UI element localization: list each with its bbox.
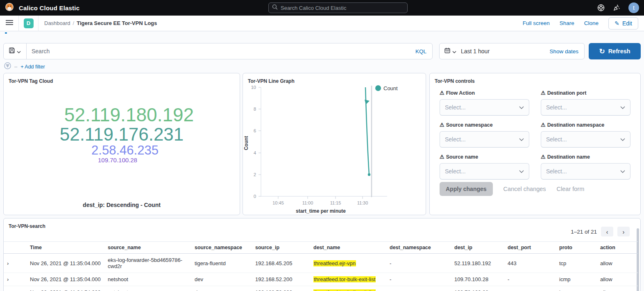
tag-cloud-item[interactable]: 52.119.180.192 — [11, 105, 247, 125]
tag-cloud: 52.119.180.192 52.119.176.231 2.58.46.23… — [4, 105, 240, 163]
row-expander-icon[interactable]: › — [4, 286, 27, 291]
panel-resize-indicator — [5, 32, 7, 34]
cell-dest-namespace: - — [386, 273, 451, 286]
cell-dest-name: threatfeed.tor-bulk-exit-list — [310, 286, 386, 291]
query-search-input[interactable] — [27, 48, 415, 55]
destination-namespace-select[interactable]: Select... — [541, 131, 630, 148]
cancel-changes-button[interactable]: Cancel changes — [503, 186, 546, 192]
cell-source-ip: 192.168.52.200 — [252, 273, 310, 286]
filter-menu-icon[interactable] — [4, 62, 11, 71]
destination-port-select[interactable]: Select... — [541, 99, 630, 116]
dashboard-app-badge[interactable]: D — [19, 16, 39, 31]
cell-dest-namespace: - — [386, 254, 451, 273]
global-search-input[interactable] — [281, 5, 404, 11]
x-axis-label: start_time per minute — [296, 208, 346, 214]
warning-icon: ⚠ — [440, 122, 444, 128]
refresh-button[interactable]: ↻ Refresh — [589, 43, 641, 59]
cell-dest-ip: 109.70.100.28 — [451, 286, 504, 291]
svg-text:10: 10 — [251, 85, 256, 90]
col-action: action — [597, 242, 638, 254]
show-dates-button[interactable]: Show dates — [549, 48, 584, 55]
highlighted-dest-name: threatfeed.tor-bulk-exit-list — [313, 289, 376, 291]
tag-cloud-item[interactable]: 2.58.46.235 — [7, 144, 243, 157]
svg-text:4: 4 — [254, 150, 256, 155]
cell-dest-port: - — [504, 273, 556, 286]
table-row: › Nov 26, 2021 @ 11:35:04.000 netshoot d… — [4, 273, 638, 286]
time-range-value[interactable]: Last 1 hour — [461, 48, 549, 55]
save-icon — [9, 48, 15, 55]
tag-cloud-title: Tor-VPN Tag Cloud — [4, 73, 240, 84]
refresh-icon: ↻ — [599, 47, 605, 56]
clear-form-button[interactable]: Clear form — [557, 186, 585, 192]
cell-source-namespace: dev — [191, 273, 252, 286]
table-row: › Nov 26, 2021 @ 11:35:04.000 eks-log-fo… — [4, 254, 638, 273]
edit-button[interactable]: ✎ Edit — [608, 17, 638, 30]
prev-page-button[interactable]: ‹ — [601, 227, 613, 236]
cell-proto: icmp — [556, 273, 597, 286]
help-icon[interactable] — [597, 4, 605, 11]
date-quick-menu-button[interactable] — [440, 48, 461, 55]
apply-changes-button[interactable]: Apply changes — [440, 182, 493, 196]
warning-icon: ⚠ — [440, 154, 444, 160]
chevron-down-icon — [519, 138, 524, 141]
cell-time: Nov 26, 2021 @ 11:35:04.000 — [27, 254, 104, 273]
next-page-button[interactable]: › — [617, 227, 630, 236]
chevron-down-icon — [620, 138, 625, 141]
cell-dest-name: threatfeed.ejr-vpn — [310, 254, 386, 273]
header-divider — [0, 31, 644, 32]
highlighted-dest-name: threatfeed.tor-bulk-exit-list — [313, 276, 376, 282]
cell-action: allow — [597, 286, 638, 291]
col-dest-ip: dest_ip — [451, 242, 504, 254]
breadcrumb-dashboard[interactable]: Dashboard — [44, 20, 70, 26]
full-screen-button[interactable]: Full screen — [523, 20, 550, 26]
calico-logo-icon — [5, 2, 14, 13]
nav-menu-button[interactable] — [0, 16, 19, 31]
chevron-down-icon — [17, 48, 21, 55]
tag-cloud-item[interactable]: 52.119.176.231 — [4, 125, 240, 144]
col-dest-name: dest_name — [310, 242, 386, 254]
cell-proto: icmp — [556, 286, 597, 291]
cell-source-ip: 192.168.45.205 — [252, 254, 310, 273]
col-source-ip: source_ip — [252, 242, 310, 254]
row-expander-icon[interactable]: › — [4, 254, 27, 273]
saved-query-menu-button[interactable] — [4, 43, 27, 59]
svg-text:6: 6 — [254, 128, 256, 133]
global-search[interactable] — [268, 2, 408, 13]
source-namespace-select[interactable]: Select... — [440, 131, 529, 148]
svg-text:11:30: 11:30 — [357, 200, 368, 205]
cell-dest-port: 443 — [504, 254, 556, 273]
tag-cloud-panel: Tor-VPN Tag Cloud 52.119.180.192 52.119.… — [3, 73, 240, 215]
flow-action-field: ⚠Flow Action Select... — [440, 90, 529, 116]
chevron-down-icon — [452, 48, 456, 55]
flow-action-select[interactable]: Select... — [440, 99, 529, 116]
whats-new-icon[interactable] — [613, 4, 620, 11]
chevron-left-icon: ‹ — [606, 228, 608, 235]
user-avatar[interactable]: t — [628, 2, 639, 13]
page-title: Tigera Secure EE Tor-VPN Logs — [77, 20, 157, 26]
kql-syntax-button[interactable]: KQL — [415, 48, 432, 55]
chevron-right-icon: › — [623, 228, 625, 235]
col-dest-port: dest_port — [504, 242, 556, 254]
destination-name-select[interactable]: Select... — [541, 163, 630, 180]
cell-dest-port: - — [504, 286, 556, 291]
tag-cloud-item[interactable]: 109.70.100.28 — [0, 157, 236, 164]
table-header-row: Time source_name source_namespace source… — [4, 242, 638, 254]
pagination-status: 1–21 of 21 — [571, 229, 597, 235]
destination-port-field: ⚠Destination port Select... — [541, 90, 630, 116]
row-expander-icon[interactable]: › — [4, 273, 27, 286]
share-button[interactable]: Share — [560, 20, 574, 26]
chevron-down-icon — [620, 170, 625, 173]
svg-text:10:45: 10:45 — [272, 200, 284, 205]
query-input-box: KQL — [3, 43, 433, 59]
add-filter-button[interactable]: + Add filter — [20, 64, 45, 70]
search-icon — [272, 4, 278, 11]
filter-dash: – — [14, 64, 17, 70]
source-name-select[interactable]: Select... — [440, 163, 529, 180]
cell-dest-namespace: - — [386, 286, 451, 291]
hamburger-icon — [6, 20, 13, 27]
cell-dest-name: threatfeed.tor-bulk-exit-list — [310, 273, 386, 286]
breadcrumb-separator: / — [73, 20, 75, 26]
dashboard-app-icon: D — [24, 18, 34, 28]
cell-proto: tcp — [556, 254, 597, 273]
clone-button[interactable]: Clone — [584, 20, 599, 26]
